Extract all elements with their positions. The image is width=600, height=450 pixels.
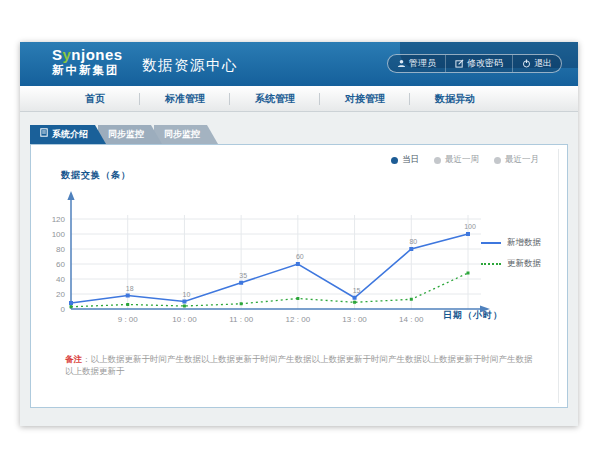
svg-text:120: 120: [52, 215, 66, 224]
tab-system-intro[interactable]: 系统介绍: [30, 125, 106, 144]
radio-selected-icon: [391, 157, 398, 164]
legend-label: 更新数据: [507, 258, 541, 270]
svg-text:20: 20: [56, 290, 65, 299]
tab-label: 系统介绍: [52, 125, 88, 144]
svg-text:35: 35: [239, 272, 247, 279]
nav-item-standard-mgmt[interactable]: 标准管理: [140, 86, 230, 111]
time-range-filter: 当日 最近一周 最近一月: [391, 154, 539, 166]
filter-label: 最近一月: [505, 154, 539, 166]
line-chart: 0204060801001209 : 0010 : 0011 : 0012 : …: [31, 179, 501, 349]
legend-label: 新增数据: [507, 237, 541, 249]
svg-text:80: 80: [56, 245, 65, 254]
panel-right-divider: [558, 149, 559, 403]
x-axis-title: 日期（小时）: [443, 309, 503, 322]
user-name-label: 管理员: [409, 57, 436, 70]
change-password-button[interactable]: 修改密码: [445, 55, 512, 72]
nav-item-home[interactable]: 首页: [50, 86, 140, 111]
brand-company-name: 新中新集团: [52, 64, 123, 77]
svg-text:40: 40: [56, 275, 65, 284]
user-icon: [397, 59, 406, 68]
svg-text:9 : 00: 9 : 00: [118, 315, 139, 324]
svg-text:10 : 00: 10 : 00: [172, 315, 197, 324]
filter-label: 当日: [402, 154, 419, 166]
page: Synjones 新中新集团 数据资源中心 管理员 修改密码: [0, 0, 600, 450]
svg-text:60: 60: [296, 253, 304, 260]
svg-text:80: 80: [409, 238, 417, 245]
edit-icon: [455, 59, 464, 68]
svg-text:10: 10: [183, 291, 191, 298]
filter-label: 最近一周: [445, 154, 479, 166]
page-title: 数据资源中心: [142, 56, 238, 75]
brand-logo: Synjones 新中新集团: [52, 47, 123, 76]
app-window: Synjones 新中新集团 数据资源中心 管理员 修改密码: [20, 42, 578, 426]
logout-button[interactable]: 退出: [512, 55, 561, 72]
svg-text:100: 100: [464, 223, 476, 230]
power-icon: [522, 59, 531, 68]
document-icon: [40, 125, 48, 144]
svg-text:11 : 00: 11 : 00: [229, 315, 253, 324]
user-toolbar: 管理员 修改密码 退出: [387, 54, 562, 73]
tab-label: 同步监控: [164, 125, 200, 144]
footnote-label: 备注: [65, 354, 82, 364]
tab-sync-monitor-2[interactable]: 同步监控: [154, 125, 218, 144]
tab-label: 同步监控: [108, 125, 144, 144]
main-nav: 首页 标准管理 系统管理 对接管理 数据异动: [20, 86, 578, 112]
tab-sync-monitor-1[interactable]: 同步监控: [98, 125, 162, 144]
filter-option-today[interactable]: 当日: [391, 154, 419, 166]
legend-entry-new-data[interactable]: 新增数据: [481, 237, 541, 249]
nav-item-interface-mgmt[interactable]: 对接管理: [320, 86, 410, 111]
svg-text:60: 60: [56, 260, 65, 269]
radio-icon: [494, 157, 501, 164]
svg-text:15: 15: [353, 287, 361, 294]
svg-text:0: 0: [61, 305, 66, 314]
brand-logo-text: Synjones: [52, 47, 123, 64]
solid-line-icon: [481, 242, 501, 244]
filter-option-last-month[interactable]: 最近一月: [494, 154, 539, 166]
app-header: Synjones 新中新集团 数据资源中心 管理员 修改密码: [20, 42, 578, 86]
nav-item-data-change[interactable]: 数据异动: [410, 86, 500, 111]
logout-label: 退出: [534, 57, 552, 70]
svg-text:18: 18: [126, 285, 134, 292]
dotted-line-icon: [481, 263, 501, 265]
svg-text:12 : 00: 12 : 00: [286, 315, 311, 324]
nav-item-system-mgmt[interactable]: 系统管理: [230, 86, 320, 111]
footnote-text: ：以上数据更新于时间产生数据以上数据更新于时间产生数据以上数据更新于时间产生数据…: [65, 354, 533, 376]
chart-legend: 新增数据 更新数据: [481, 237, 541, 270]
current-user-button[interactable]: 管理员: [388, 55, 445, 72]
svg-text:100: 100: [52, 230, 66, 239]
change-password-label: 修改密码: [467, 57, 503, 70]
svg-text:14 : 00: 14 : 00: [399, 315, 424, 324]
filter-option-last-week[interactable]: 最近一周: [434, 154, 479, 166]
content-panel: 当日 最近一周 最近一月 数据交换（条） 0204060801001209 : …: [30, 144, 568, 408]
legend-entry-updated-data[interactable]: 更新数据: [481, 258, 541, 270]
svg-text:13 : 00: 13 : 00: [342, 315, 367, 324]
footnote: 备注：以上数据更新于时间产生数据以上数据更新于时间产生数据以上数据更新于时间产生…: [65, 354, 535, 378]
radio-icon: [434, 157, 441, 164]
tab-bar: 系统介绍 同步监控 同步监控: [30, 125, 210, 144]
